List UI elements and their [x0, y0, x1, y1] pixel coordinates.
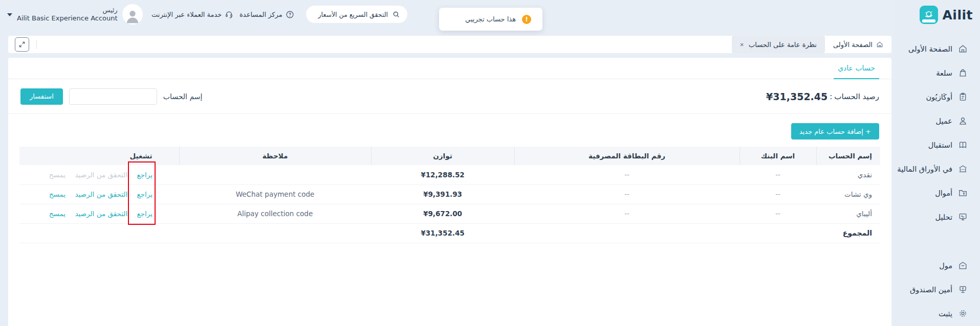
- cell-actions: يراجع التحقق من الرصيد يمسح: [19, 204, 179, 223]
- store-icon: [957, 261, 968, 271]
- logo-band: [922, 19, 935, 22]
- bank-icon: [957, 164, 968, 174]
- tab-home[interactable]: الصفحة الأولى: [825, 36, 891, 53]
- cell-note: WeChat payment code: [179, 184, 371, 204]
- add-account-button[interactable]: + إضافة حساب عام جديد: [791, 123, 879, 139]
- sidebar-nav: الصفحة الأولى سلعة أوكَازيُون عميل: [894, 37, 980, 325]
- brand-logo[interactable]: Ailit: [894, 0, 980, 30]
- balance-colon: :: [830, 92, 832, 101]
- account-search-form: إسم الحساب استفسار: [20, 88, 202, 105]
- cell-card-number: --: [514, 204, 739, 223]
- question-circle-icon: [286, 10, 294, 19]
- folder-yen-icon: [957, 188, 968, 198]
- col-header-account-name: إسم الحساب: [816, 147, 880, 165]
- account-name-input[interactable]: [69, 88, 157, 105]
- cell-balance: ¥9,672.00: [371, 204, 514, 223]
- cell-actions: يراجع التحقق من الرصيد يمسح: [19, 184, 179, 204]
- sidebar-item-mall[interactable]: مول: [894, 253, 980, 277]
- total-empty: [739, 223, 816, 243]
- cell-bank-name: --: [739, 204, 816, 223]
- cell-card-number: --: [514, 165, 739, 184]
- account-type-tabs: حساب عادي: [8, 58, 891, 79]
- avatar: [122, 4, 143, 25]
- cell-account-name: نقدي: [816, 165, 880, 184]
- sidebar-item-settings[interactable]: يثبت: [894, 301, 980, 325]
- col-header-bank-name: اسم البنك: [739, 147, 816, 165]
- sidebar-item-promotions[interactable]: أوكَازيُون: [894, 85, 980, 109]
- quick-price-check-search[interactable]: التحقق السريع من الأسعار: [306, 6, 407, 23]
- sidebar-item-receiving[interactable]: استقبال: [894, 133, 980, 157]
- fullscreen-button[interactable]: [15, 37, 29, 52]
- top-header: رئيس Ailit Basic Experience Account خدمة…: [0, 0, 894, 29]
- chevron-down-icon[interactable]: [7, 13, 12, 16]
- tab-account-overview-label: نظرة عامة على الحساب: [749, 41, 817, 49]
- online-customer-service-label: خدمة العملاء عبر الإنترنت: [151, 11, 222, 18]
- clear-link: يمسح: [49, 171, 66, 179]
- cell-balance: ¥12,288.52: [371, 165, 514, 184]
- sidebar-item-home[interactable]: الصفحة الأولى: [894, 37, 980, 61]
- clear-link[interactable]: يمسح: [49, 209, 66, 218]
- cell-note: Alipay collection code: [179, 204, 371, 223]
- filter-row: رصيد الحساب : ¥31,352.45 إسم الحساب استف…: [8, 79, 891, 114]
- review-link[interactable]: يراجع: [137, 209, 153, 218]
- close-icon[interactable]: ✕: [740, 42, 744, 48]
- total-balance: ¥31,352.45: [371, 223, 514, 243]
- demo-account-text: هذا حساب تجريبي: [465, 15, 516, 23]
- review-link[interactable]: يراجع: [137, 171, 153, 179]
- sidebar-item-funds[interactable]: أموال: [894, 181, 980, 205]
- total-empty: [179, 223, 371, 243]
- table-row-cash: نقدي -- -- ¥12,288.52 يراجع التحقق من ال…: [19, 165, 880, 184]
- sidebar-item-customer[interactable]: عميل: [894, 109, 980, 133]
- cell-account-name: وي تشات: [816, 184, 880, 204]
- online-customer-service-link[interactable]: خدمة العملاء عبر الإنترنت: [151, 0, 233, 29]
- account-name-label: إسم الحساب: [163, 92, 203, 101]
- sidebar-item-label: سلعة: [936, 69, 952, 77]
- col-header-card-number: رقم البطاقة المصرفية: [514, 147, 739, 165]
- sidebar-item-goods[interactable]: سلعة: [894, 61, 980, 85]
- tab-account-overview[interactable]: نظرة عامة على الحساب ✕: [732, 36, 825, 53]
- clear-link[interactable]: يمسح: [49, 190, 66, 198]
- book-icon: [957, 140, 968, 150]
- clipboard-icon: [957, 92, 968, 102]
- content-card: حساب عادي رصيد الحساب : ¥31,352.45 إسم ا…: [8, 58, 891, 326]
- bag-icon: [957, 68, 968, 78]
- sidebar-item-securities[interactable]: في الأوراق المالية: [894, 157, 980, 181]
- sidebar-item-label: أمين الصندوق: [910, 286, 952, 294]
- check-balance-link[interactable]: التحقق من الرصيد: [75, 190, 127, 198]
- tabstrip-divider: [36, 40, 37, 49]
- cell-balance: ¥9,391.93: [371, 184, 514, 204]
- nav-gap: [894, 229, 980, 253]
- user-role: رئيس: [17, 6, 118, 14]
- review-link[interactable]: يراجع: [137, 190, 153, 198]
- col-header-note: ملاحظة: [179, 147, 371, 165]
- sidebar-item-label: أموال: [935, 189, 952, 197]
- cell-note: [179, 165, 371, 184]
- user-icon: [957, 116, 968, 126]
- help-center-link[interactable]: مركز المساعدة: [239, 0, 294, 29]
- sidebar-item-label: في الأوراق المالية: [897, 165, 952, 173]
- accounts-table: إسم الحساب اسم البنك رقم البطاقة المصرفي…: [19, 147, 880, 243]
- ailit-logo-icon: [920, 6, 938, 24]
- sidebar-item-label: أوكَازيُون: [926, 93, 952, 101]
- app-root: Ailit الصفحة الأولى سلعة أوكَازيُون: [0, 0, 980, 326]
- tab-normal-account[interactable]: حساب عادي: [834, 58, 879, 79]
- user-menu[interactable]: رئيس Ailit Basic Experience Account: [7, 0, 143, 29]
- cell-actions: يراجع التحقق من الرصيد يمسح: [19, 165, 179, 184]
- total-empty: [514, 223, 739, 243]
- check-balance-link[interactable]: التحقق من الرصيد: [75, 209, 127, 218]
- sidebar-item-label: يثبت: [939, 310, 952, 318]
- total-empty: [19, 223, 179, 243]
- demo-account-tooltip: ! هذا حساب تجريبي: [439, 8, 542, 31]
- sidebar-item-cashier[interactable]: أمين الصندوق: [894, 277, 980, 301]
- query-button[interactable]: استفسار: [20, 88, 63, 105]
- table-row-alipay: أليباي -- -- ¥9,672.00 Alipay collection…: [19, 204, 880, 223]
- monitor-chart-icon: [957, 212, 968, 222]
- account-balance: رصيد الحساب : ¥31,352.45: [766, 91, 879, 102]
- total-label: المجموع: [816, 223, 880, 243]
- headset-icon: [225, 10, 233, 19]
- accounts-table-wrap: إسم الحساب اسم البنك رقم البطاقة المصرفي…: [19, 147, 880, 243]
- cash-register-icon: [957, 285, 968, 295]
- page-tab-bar: الصفحة الأولى نظرة عامة على الحساب ✕: [8, 36, 891, 53]
- sidebar-item-analysis[interactable]: تحليل: [894, 205, 980, 229]
- cell-bank-name: --: [739, 165, 816, 184]
